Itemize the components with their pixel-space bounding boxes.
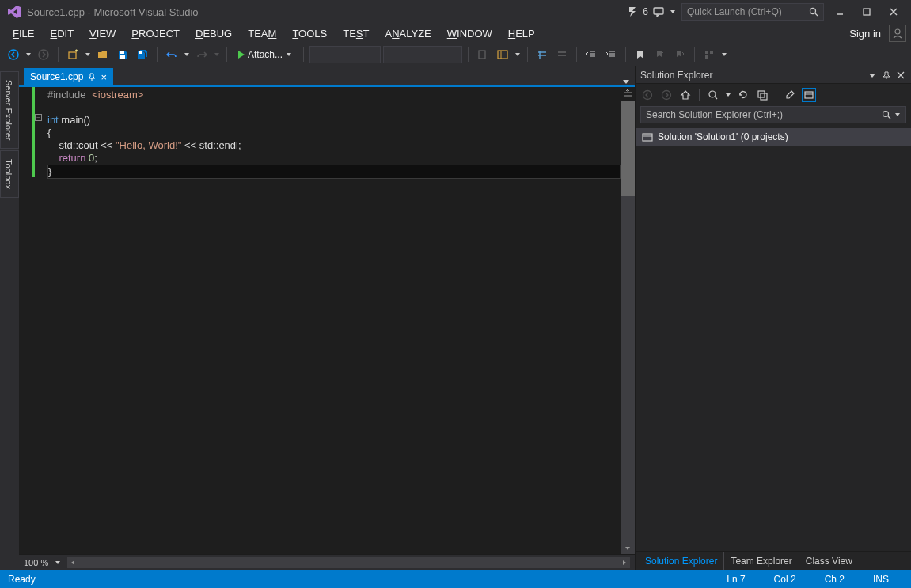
active-files-dropdown[interactable] — [617, 78, 635, 85]
svg-rect-30 — [705, 55, 708, 59]
solution-platform-combo[interactable] — [383, 46, 462, 63]
bookmark-button[interactable] — [632, 46, 649, 63]
solution-tree[interactable]: Solution 'Solution1' (0 projects) — [636, 127, 911, 551]
new-project-button[interactable] — [64, 46, 82, 63]
solution-config-combo[interactable] — [309, 46, 381, 63]
minimize-button[interactable] — [829, 4, 851, 20]
collapse-region-icon[interactable]: − — [35, 114, 42, 121]
comment-button[interactable] — [533, 46, 551, 63]
close-tab-icon[interactable]: × — [101, 71, 107, 83]
se-scope-button[interactable] — [706, 88, 720, 102]
menu-analyze[interactable]: ANALYZE — [377, 25, 438, 42]
menu-tools[interactable]: TOOLS — [284, 25, 335, 42]
se-refresh-button[interactable] — [736, 88, 750, 102]
zoom-level[interactable]: 100 % — [24, 558, 48, 567]
se-search-input[interactable]: Search Solution Explorer (Ctrl+;) — [640, 106, 906, 123]
se-search-placeholder: Search Solution Explorer (Ctrl+;) — [646, 109, 783, 120]
tree-item-solution[interactable]: Solution 'Solution1' (0 projects) — [636, 128, 911, 146]
sidetab-toolbox[interactable]: Toolbox — [0, 150, 19, 198]
close-button[interactable] — [883, 4, 905, 20]
menu-debug[interactable]: DEBUG — [188, 25, 240, 42]
zoom-dropdown-icon[interactable] — [55, 560, 61, 566]
svg-rect-40 — [805, 92, 813, 98]
document-tab-source1[interactable]: Source1.cpp × — [24, 68, 113, 85]
feedback-icon[interactable] — [653, 6, 664, 17]
next-bookmark-button[interactable] — [671, 46, 689, 63]
bottom-tab-class-view[interactable]: Class View — [799, 552, 859, 570]
svg-rect-14 — [479, 51, 485, 59]
document-tab-well: Source1.cpp × — [19, 66, 635, 85]
sidetab-server-explorer[interactable]: Server Explorer — [0, 71, 19, 149]
feedback-dropdown-icon[interactable] — [669, 9, 677, 15]
nav-back-button[interactable] — [5, 46, 22, 63]
se-collapse-all-button[interactable] — [755, 88, 769, 102]
titlebar: Source1.cpp - Microsoft Visual Studio 6 … — [0, 0, 911, 24]
undo-dropdown[interactable] — [183, 51, 191, 58]
search-dropdown-icon[interactable] — [894, 112, 901, 118]
se-home-button[interactable] — [678, 88, 693, 102]
panel-close-icon[interactable] — [895, 70, 906, 81]
se-back-button[interactable] — [640, 88, 655, 102]
status-ins[interactable]: INS — [859, 574, 903, 585]
prev-bookmark-button[interactable] — [651, 46, 669, 63]
scroll-left-arrow[interactable] — [67, 557, 78, 568]
open-file-button[interactable] — [94, 46, 112, 63]
find-in-files-button[interactable] — [474, 46, 492, 63]
bottom-tab-solution-explorer[interactable]: Solution Explorer — [639, 552, 723, 570]
statusbar: Ready Ln 7 Col 2 Ch 2 INS — [0, 570, 911, 588]
panel-options-icon[interactable] — [867, 70, 878, 81]
increase-indent-button[interactable] — [602, 46, 620, 63]
se-properties-button[interactable] — [783, 88, 797, 102]
svg-rect-15 — [498, 51, 507, 59]
scroll-right-arrow[interactable] — [619, 557, 630, 568]
se-scope-dropdown[interactable] — [725, 92, 731, 98]
extensions-button[interactable] — [700, 46, 718, 63]
notifications-flag-icon[interactable] — [627, 6, 638, 17]
account-avatar-icon[interactable] — [889, 25, 906, 42]
quick-launch-input[interactable]: Quick Launch (Ctrl+Q) — [681, 3, 824, 21]
code-content[interactable]: #include <iostream> int main() { std::co… — [44, 87, 621, 554]
status-ready: Ready — [8, 574, 36, 585]
toolbar-overflow-dropdown[interactable] — [720, 51, 728, 58]
menu-file[interactable]: FILE — [5, 25, 42, 42]
menu-test[interactable]: TEST — [335, 25, 377, 42]
decrease-indent-button[interactable] — [583, 46, 600, 63]
redo-dropdown[interactable] — [213, 51, 221, 58]
attach-label: Attach... — [248, 49, 283, 60]
redo-button[interactable] — [193, 46, 211, 63]
menu-view[interactable]: VIEW — [82, 25, 123, 42]
window-title: Source1.cpp - Microsoft Visual Studio — [27, 6, 627, 18]
windows-dropdown[interactable] — [514, 51, 522, 58]
uncomment-button[interactable] — [553, 46, 571, 63]
menu-project[interactable]: PROJECT — [123, 25, 188, 42]
attach-button[interactable]: Attach... — [233, 46, 298, 63]
split-editor-icon[interactable] — [621, 87, 635, 101]
nav-back-dropdown[interactable] — [25, 51, 32, 58]
sign-in-link[interactable]: Sign in — [841, 25, 889, 43]
se-forward-button[interactable] — [659, 88, 674, 102]
nav-forward-button[interactable] — [35, 46, 52, 63]
menu-edit[interactable]: EDIT — [42, 25, 82, 42]
scroll-down-arrow[interactable] — [621, 543, 635, 554]
undo-button[interactable] — [163, 46, 180, 63]
menu-team[interactable]: TEAM — [240, 25, 284, 42]
notification-count: 6 — [643, 6, 648, 17]
solution-explorer-button[interactable] — [494, 46, 511, 63]
maximize-button[interactable] — [856, 4, 878, 20]
pin-icon[interactable] — [88, 73, 96, 81]
horizontal-scrollbar[interactable] — [67, 557, 630, 568]
se-preview-button[interactable] — [802, 88, 816, 102]
code-editor[interactable]: − #include <iostream> int main() { std::… — [19, 87, 635, 554]
scrollbar-thumb[interactable] — [621, 101, 635, 196]
menu-help[interactable]: HELP — [500, 25, 543, 42]
search-icon — [882, 110, 891, 119]
svg-point-9 — [39, 50, 48, 59]
panel-pin-icon[interactable] — [881, 70, 892, 81]
svg-point-37 — [709, 91, 716, 97]
bottom-tab-team-explorer[interactable]: Team Explorer — [723, 552, 798, 570]
save-all-button[interactable] — [134, 46, 151, 63]
new-project-dropdown[interactable] — [84, 51, 92, 58]
save-button[interactable] — [114, 46, 131, 63]
menu-window[interactable]: WINDOW — [439, 25, 500, 42]
vertical-scrollbar[interactable] — [621, 101, 635, 554]
